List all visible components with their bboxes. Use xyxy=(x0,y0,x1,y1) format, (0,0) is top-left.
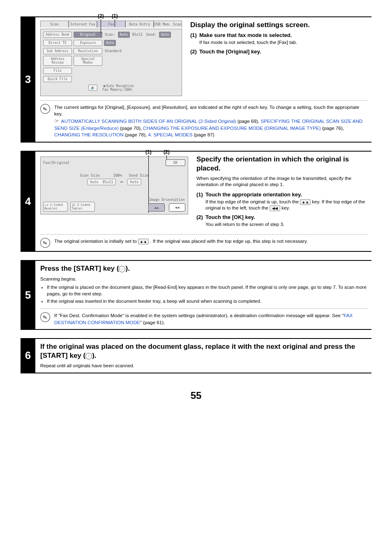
send-label: Send: xyxy=(145,32,157,37)
percent-label: 100% xyxy=(113,173,122,177)
step4-heading: Specify the orientation in which the ori… xyxy=(196,155,367,173)
direct-tx-button[interactable]: Direct TX xyxy=(43,40,72,46)
send-auto-value: Auto xyxy=(159,32,171,38)
2sided-tablet-button[interactable]: 📰 2-Sided Tablet xyxy=(70,202,95,212)
special-modes-button[interactable]: Special Modes xyxy=(74,56,102,66)
scan-size-button[interactable]: Auto 8½x11 xyxy=(87,179,116,185)
step-5-content: Press the [START] key (◦). Scanning begi… xyxy=(35,260,371,330)
ok-button[interactable]: OK xyxy=(166,159,185,166)
step4-item2-desc: You will return to the screen of step 3. xyxy=(205,221,367,228)
orientation-left-button[interactable]: ◀◀ xyxy=(169,203,185,212)
step3-item1-num: (1) xyxy=(190,32,197,38)
step4-item1-desc: If the top edge of the original is up, t… xyxy=(205,199,367,212)
fax-original-panel: (1) (2) Fax/Original OK Scan Size 100% xyxy=(40,157,188,214)
step5-bullets: If the original is placed on the documen… xyxy=(47,284,367,304)
speaker-icon-button[interactable]: 🔈 xyxy=(88,85,97,91)
orientation-top-button[interactable]: ▲▲ xyxy=(148,203,165,212)
step4-item2-bold: Touch the [OK] key. xyxy=(205,214,255,220)
sub-address-button[interactable]: Sub Address xyxy=(43,48,72,54)
step3-item1-bold: Make sure that fax mode is selected. xyxy=(199,32,292,38)
step5-bullet-1: If the original is placed on the documen… xyxy=(47,284,367,297)
step5-heading: Press the [START] key (◦). xyxy=(40,264,367,273)
tab-fax[interactable]: Fax xyxy=(97,21,125,28)
tab-scan[interactable]: Scan xyxy=(40,21,69,28)
step4-item1-num: (1) xyxy=(196,191,203,198)
send-size-label: Send Size xyxy=(129,173,149,177)
link-2sided[interactable]: AUTOMATICALLY SCANNING BOTH SIDES OF AN … xyxy=(61,118,236,124)
address-review-button[interactable]: Address Review xyxy=(43,56,72,66)
scan-size-label: Scan Size xyxy=(80,173,100,177)
orientation-top-key-icon: ▲▲ xyxy=(300,199,311,205)
step-4-content: (1) (2) Fax/Original OK Scan Size 100% xyxy=(35,151,371,252)
orientation-left-key-icon: ◀◀ xyxy=(270,205,280,211)
start-key-icon: ◦ xyxy=(85,353,92,359)
fax-memory-label: Fax Memory:100% xyxy=(102,88,134,92)
exposure-button[interactable]: Exposure xyxy=(74,40,102,46)
annotation-2: (2) xyxy=(98,13,104,19)
original-button[interactable]: Original xyxy=(74,32,102,38)
step4-item2-num: (2) xyxy=(196,214,203,220)
scan-size-value: 8½x11 xyxy=(131,32,144,37)
step5-bullet-2: If the original was inserted in the docu… xyxy=(47,298,367,304)
step3-item2-num: (2) xyxy=(190,48,197,55)
step4-item1-bold: Touch the appropriate orientation key. xyxy=(205,191,302,198)
tab-usb-mem-scan[interactable]: USB Mem. Scan xyxy=(154,21,182,28)
step-number-column: 5 xyxy=(21,260,35,330)
note-icon: ✎ xyxy=(39,237,51,249)
step-3-content: (2) (1) Scan Internet Fax Fax Data Entry… xyxy=(35,16,371,143)
annotation-4-1: (1) xyxy=(145,149,152,155)
step-number-3: 3 xyxy=(25,73,31,86)
resolution-standard-value: Standard xyxy=(104,49,122,53)
address-book-button[interactable]: Address Book xyxy=(43,32,72,38)
exposure-auto-value: Auto xyxy=(104,40,116,46)
step-4-block: 4 (1) (2) Fax/Original OK Scan Size xyxy=(21,151,371,252)
step-6-block: 6 If the original was placed on the docu… xyxy=(21,338,371,373)
step6-desc: Repeat until all originals have been sca… xyxy=(40,363,367,369)
panel4-title: Fax/Original xyxy=(43,161,70,165)
step3-note-body: The current settings for [Original], [Ex… xyxy=(54,104,367,138)
2sided-booklet-button[interactable]: 📖 2-Sided Booklet xyxy=(43,202,68,212)
file-button[interactable]: File xyxy=(43,68,72,74)
step3-item1-desc: If fax mode is not selected, touch the [… xyxy=(199,39,367,46)
step4-lead: When specifying the orientation of the i… xyxy=(196,175,367,188)
step-number-column: 4 xyxy=(21,151,35,252)
link-resolution[interactable]: CHANGING THE RESOLUTION xyxy=(54,132,124,137)
scan-label: Scan: xyxy=(104,32,116,37)
auto-reception-label: Auto Reception xyxy=(106,84,134,88)
phone-icon: ☎ xyxy=(102,84,106,88)
fax-base-screen-panel: (2) (1) Scan Internet Fax Fax Data Entry… xyxy=(40,21,182,96)
divider xyxy=(40,309,367,309)
scan-auto-value: Auto xyxy=(118,32,130,38)
image-orientation-label: Image Orientation xyxy=(148,198,185,202)
step-number-column: 3 xyxy=(21,16,35,143)
step3-note-lead: The current settings for [Original], [Ex… xyxy=(54,104,359,116)
divider xyxy=(40,100,367,101)
step-5-block: 5 Press the [START] key (◦). Scanning be… xyxy=(21,260,371,330)
tab-internet-fax[interactable]: Internet Fax xyxy=(69,21,97,28)
page-number: 55 xyxy=(21,390,371,401)
step-number-6: 6 xyxy=(25,349,31,362)
link-exposure[interactable]: CHANGING THE EXPOSURE AND EXPOSURE MODE … xyxy=(143,125,321,131)
step-6-content: If the original was placed on the docume… xyxy=(35,338,371,373)
step5-note-body: If "Fax Dest. Confirmation Mode" is enab… xyxy=(54,312,367,326)
step-number-4: 4 xyxy=(25,195,31,208)
orientation-top-key-icon-inline: ▲▲ xyxy=(138,239,149,244)
step-3-block: 3 (2) (1) Scan Internet Fax Fax Data Ent… xyxy=(21,16,371,143)
divider xyxy=(40,234,367,235)
link-special-modes[interactable]: 4. SPECIAL MODES xyxy=(148,132,192,137)
step-number-column: 6 xyxy=(21,338,35,373)
tab-data-entry[interactable]: Data Entry xyxy=(125,21,154,28)
send-size-button[interactable]: Auto xyxy=(127,179,141,185)
step-number-5: 5 xyxy=(25,289,31,302)
note-icon: ✎ xyxy=(39,311,51,323)
quick-file-button[interactable]: Quick File xyxy=(43,76,72,82)
start-key-icon: ◦ xyxy=(119,266,125,272)
arrow-icon: ➡ xyxy=(120,179,123,185)
resolution-button[interactable]: Resolution xyxy=(74,48,102,54)
annotation-4-2: (2) xyxy=(164,149,170,155)
step4-note-body: The original orientation is initially se… xyxy=(54,238,367,244)
step3-item2-bold: Touch the [Original] key. xyxy=(199,48,261,55)
step6-heading: If the original was placed on the docume… xyxy=(40,342,367,360)
note-icon: ✎ xyxy=(39,103,51,115)
step5-lead: Scanning begins. xyxy=(40,276,367,283)
